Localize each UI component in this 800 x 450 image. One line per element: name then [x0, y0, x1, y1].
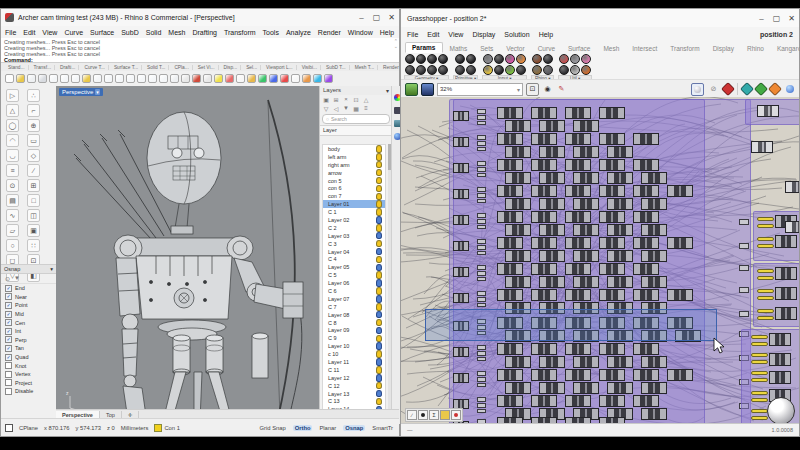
osnap-checkbox-end[interactable]: ✓ — [5, 285, 12, 292]
sidebar-tool-12[interactable]: ⊙ — [6, 179, 19, 192]
gh-component[interactable] — [599, 369, 625, 381]
gh-menu-view[interactable]: View — [448, 31, 463, 38]
layer-visibility-bulb[interactable] — [376, 264, 383, 272]
sidebar-tool-19[interactable]: ▣ — [27, 224, 40, 237]
gh-component[interactable] — [531, 133, 557, 145]
gh-component-icon[interactable] — [532, 65, 542, 75]
toolbar-tab[interactable]: SubD T... — [323, 65, 350, 70]
layer-visibility-bulb[interactable] — [376, 193, 383, 201]
gh-component-icon[interactable] — [438, 65, 448, 75]
layer-row[interactable]: Layer 13 — [323, 390, 385, 398]
gh-component[interactable] — [599, 107, 625, 119]
gh-component[interactable] — [599, 211, 625, 223]
gh-component[interactable] — [573, 198, 599, 210]
minimize-button[interactable]: – — [754, 12, 769, 25]
toolbar-icon-17[interactable] — [192, 74, 201, 83]
osnap-item-point[interactable]: ✓Point — [1, 301, 56, 310]
toolbar-icon-0[interactable] — [5, 74, 14, 83]
osnap-item-knot[interactable]: Knot — [1, 361, 56, 370]
gh-menu-display[interactable]: Display — [472, 31, 495, 38]
gh-relay-node[interactable] — [477, 271, 486, 276]
gh-component[interactable] — [599, 237, 625, 249]
layer-visibility-bulb[interactable] — [376, 177, 383, 185]
gh-component[interactable] — [505, 276, 531, 288]
osnap-filter-icon[interactable]: ▼ — [14, 275, 20, 282]
layer-visibility-bulb[interactable] — [376, 208, 383, 216]
osnap-checkbox-tan[interactable]: ✓ — [5, 345, 12, 352]
gh-relay-node[interactable] — [477, 115, 486, 120]
layer-row[interactable]: C 6 — [323, 287, 385, 295]
layer-row[interactable]: C 8 — [323, 319, 385, 327]
osnap-item-near[interactable]: ✓Near — [1, 293, 56, 302]
gh-tab-maths[interactable]: Maths — [444, 44, 474, 53]
osnap-checkbox-perp[interactable]: ✓ — [5, 336, 12, 343]
layer-tool-icon[interactable]: ⊡ — [352, 96, 360, 103]
gh-relay-node[interactable] — [477, 403, 486, 408]
gh-relay-node[interactable] — [739, 287, 749, 293]
gh-slider[interactable] — [751, 342, 768, 346]
gh-slider[interactable] — [751, 378, 768, 382]
layer-filter-icon[interactable]: ≡ — [362, 105, 370, 112]
gh-menu-edit[interactable]: Edit — [427, 31, 439, 38]
sidebar-tool-15[interactable]: □ — [27, 194, 40, 207]
perspective-viewport[interactable]: z x Perspective ▾ — [56, 86, 319, 421]
gh-menu-solution[interactable]: Solution — [504, 31, 529, 38]
gh-tab-sets[interactable]: Sets — [474, 44, 499, 53]
gh-component[interactable] — [667, 237, 693, 249]
minimize-button[interactable]: – — [354, 11, 369, 24]
layer-visibility-bulb[interactable] — [376, 342, 383, 350]
preview-shaded-icon[interactable] — [691, 83, 704, 96]
sidebar-tool-18[interactable]: ▱ — [6, 224, 19, 237]
sidebar-tool-17[interactable]: ◫ — [27, 209, 40, 222]
gh-slider[interactable] — [751, 416, 768, 420]
gh-component-icon[interactable] — [516, 65, 526, 75]
gh-relay-node[interactable] — [477, 199, 486, 203]
gh-component[interactable] — [633, 395, 659, 407]
widget-dot-icon[interactable] — [418, 410, 428, 420]
gh-relay-node[interactable] — [477, 187, 486, 192]
toolbar-icon-25[interactable] — [280, 74, 289, 83]
layer-row[interactable]: Layer 03 — [323, 232, 385, 240]
gh-relay-node[interactable] — [477, 167, 486, 172]
sidebar-tool-10[interactable]: ≡ — [6, 164, 19, 177]
layer-visibility-bulb[interactable] — [376, 358, 383, 366]
gh-component-icon[interactable] — [570, 54, 580, 64]
gh-component[interactable] — [565, 159, 591, 171]
toolbar-icon-27[interactable] — [302, 74, 311, 83]
sidebar-tool-16[interactable]: ∿ — [6, 209, 19, 222]
gh-component[interactable] — [497, 369, 523, 381]
gh-component[interactable] — [453, 267, 469, 277]
layer-visibility-bulb[interactable] — [376, 390, 383, 398]
gh-slider[interactable] — [757, 289, 774, 293]
layer-row[interactable]: con 7 — [323, 192, 385, 200]
layer-visibility-bulb[interactable] — [376, 350, 383, 358]
gh-component[interactable] — [607, 146, 633, 158]
gh-tab-rhino[interactable]: Rhino — [741, 44, 770, 53]
toolbar-tab[interactable]: Transf... — [31, 65, 55, 70]
gh-component[interactable] — [505, 198, 531, 210]
status-layer-chip[interactable]: Con 1 — [154, 424, 179, 432]
gh-component[interactable] — [641, 408, 667, 420]
gh-component[interactable] — [573, 120, 599, 132]
gh-component[interactable] — [531, 289, 557, 301]
gh-component[interactable] — [633, 343, 659, 355]
layer-visibility-bulb[interactable] — [376, 200, 383, 208]
open-file-icon[interactable] — [405, 83, 418, 96]
close-button[interactable]: ✕ — [784, 12, 799, 25]
gh-tab-curve[interactable]: Curve — [532, 44, 561, 53]
gh-component[interactable] — [573, 224, 599, 236]
gh-component-icon[interactable] — [559, 65, 569, 75]
menu-mesh[interactable]: Mesh — [168, 29, 185, 36]
gh-relay-node[interactable] — [477, 239, 486, 244]
toolbar-icon-14[interactable] — [159, 74, 168, 83]
rhino-titlebar[interactable]: Archer cam timing test (243 MB) - Rhino … — [1, 9, 399, 27]
layer-filter-icon[interactable]: ▽ — [322, 105, 330, 112]
gh-component[interactable] — [599, 395, 625, 407]
toolbar-icon-26[interactable] — [291, 74, 300, 83]
gh-component[interactable] — [633, 289, 659, 301]
gh-component[interactable] — [785, 181, 799, 193]
gh-tab-kangaroo2[interactable]: Kangaroo2 — [771, 44, 800, 53]
gh-component[interactable] — [505, 120, 531, 132]
osnap-checkbox-int[interactable]: ✓ — [5, 328, 12, 335]
gh-component[interactable] — [497, 395, 523, 407]
